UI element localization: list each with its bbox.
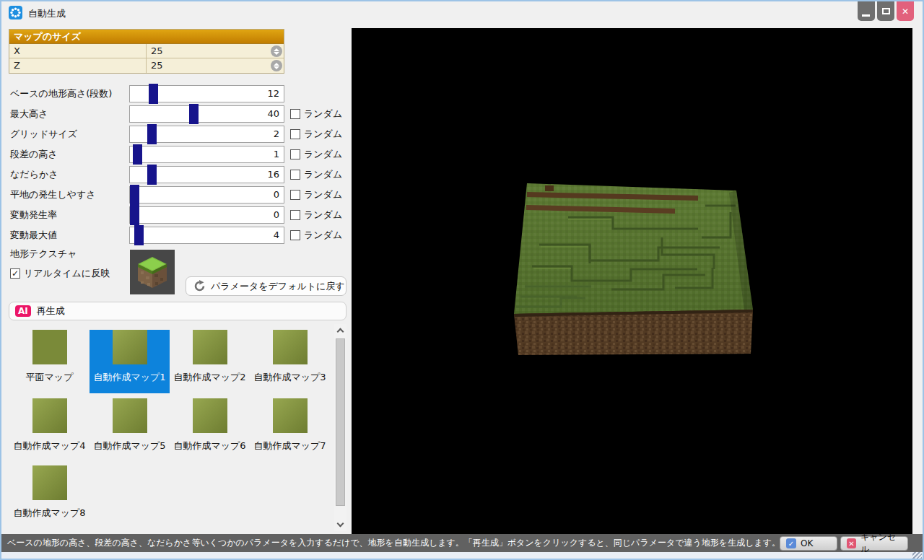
random-checkbox-step-height[interactable]: ランダム: [290, 148, 342, 161]
flatland-slider[interactable]: 0: [129, 186, 284, 204]
terrain-preview: [352, 28, 912, 534]
dice-generate-icon: [9, 6, 22, 19]
variation-rate-slider[interactable]: 0: [129, 206, 284, 224]
random-label: ランダム: [304, 188, 342, 201]
x-size-spinner[interactable]: [271, 45, 282, 57]
variation-max-slider[interactable]: 4: [129, 227, 284, 244]
ok-button[interactable]: ✓ OK: [780, 536, 837, 551]
step-height-slider[interactable]: 1: [129, 146, 284, 163]
slider-handle[interactable]: [134, 225, 144, 245]
random-checkbox-smoothness[interactable]: ランダム: [290, 168, 342, 181]
x-size-label: X: [9, 44, 147, 58]
checkbox-icon: [290, 170, 300, 180]
scroll-down-button[interactable]: [334, 519, 346, 531]
map-item-auto3[interactable]: 自動作成マップ3: [250, 330, 330, 393]
slider-handle[interactable]: [149, 84, 158, 104]
realtime-checkbox[interactable]: ✓ リアルタイムに反映: [10, 267, 110, 280]
slider-value: 0: [236, 207, 279, 223]
map-item-label: 自動作成マップ2: [170, 371, 250, 384]
param-label: 変動最大値: [10, 227, 57, 244]
chevron-up-icon: [337, 328, 344, 336]
random-checkbox-flatland[interactable]: ランダム: [290, 188, 342, 201]
regenerate-label: 再生成: [37, 305, 65, 318]
slider-handle[interactable]: [147, 165, 157, 185]
map-item-label: 自動作成マップ8: [9, 507, 90, 520]
z-size-field[interactable]: 25: [147, 58, 284, 73]
map-item-label: 自動作成マップ3: [250, 371, 330, 384]
smoothness-slider[interactable]: 16: [129, 166, 284, 183]
map-item-label: 自動作成マップ1: [90, 371, 170, 384]
checkbox-icon: [290, 109, 300, 119]
ai-badge-icon: AI: [15, 305, 31, 317]
map-item-auto1[interactable]: 自動作成マップ1: [90, 330, 170, 393]
slider-handle[interactable]: [189, 104, 199, 124]
map-thumbnail: [273, 330, 308, 364]
grass-block-icon: [136, 255, 168, 289]
map-item-label: 自動作成マップ5: [90, 439, 170, 452]
status-bar: ベースの地形の高さ、段差の高さ、なだらかさ等いくつかのパラメータを入力するだけで…: [1, 534, 923, 552]
map-item-auto6[interactable]: 自動作成マップ6: [170, 398, 250, 462]
slider-handle[interactable]: [147, 124, 157, 144]
close-icon: ✕: [902, 6, 909, 17]
minimize-button[interactable]: [858, 1, 875, 21]
map-item-auto4[interactable]: 自動作成マップ4: [9, 398, 90, 462]
map-thumbnail: [32, 465, 67, 500]
minimize-icon: [862, 14, 870, 17]
resize-grip[interactable]: [912, 552, 922, 560]
param-row-smoothness: なだらかさ 16 ランダム: [1, 166, 348, 183]
param-row-base-height: ベースの地形高さ(段数) 12: [1, 85, 348, 102]
random-label: ランダム: [304, 168, 342, 181]
checkbox-checked-icon: ✓: [10, 268, 20, 279]
reset-parameters-button[interactable]: パラメータをデフォルトに戻す: [186, 276, 346, 296]
map-item-auto7[interactable]: 自動作成マップ7: [250, 398, 330, 462]
map-thumbnail: [273, 398, 308, 433]
slider-handle[interactable]: [130, 185, 139, 205]
scrollbar-thumb[interactable]: [336, 338, 345, 506]
terrain-3d-viewport[interactable]: [352, 28, 912, 534]
slider-handle[interactable]: [133, 144, 142, 165]
map-item-flat[interactable]: 平面マップ: [9, 330, 90, 393]
map-item-auto8[interactable]: 自動作成マップ8: [9, 465, 90, 529]
reset-button-label: パラメータをデフォルトに戻す: [211, 280, 345, 293]
random-checkbox-max-height[interactable]: ランダム: [290, 108, 342, 121]
random-checkbox-grid-size[interactable]: ランダム: [290, 128, 342, 141]
map-thumbnail: [193, 330, 227, 364]
cancel-button[interactable]: ✕ キャンセル: [840, 536, 908, 551]
spin-up-icon: [274, 48, 279, 51]
spin-up-icon: [274, 63, 279, 66]
param-label: グリッドサイズ: [10, 126, 77, 143]
param-label: 段差の高さ: [10, 146, 58, 163]
map-item-auto2[interactable]: 自動作成マップ2: [170, 330, 250, 393]
chevron-down-icon: [337, 520, 344, 528]
base-height-slider[interactable]: 12: [129, 85, 284, 102]
terrain-texture-label: 地形テクスチャ: [10, 248, 77, 261]
grid-size-slider[interactable]: 2: [129, 126, 284, 143]
z-size-value: 25: [151, 60, 163, 71]
slider-value: 2: [236, 126, 279, 142]
slider-value: 40: [236, 106, 279, 122]
map-size-table: マップのサイズ X 25 Z 25: [9, 29, 284, 74]
param-label: ベースの地形高さ(段数): [10, 85, 112, 102]
z-size-spinner[interactable]: [271, 60, 282, 71]
check-icon: ✓: [786, 538, 796, 548]
slider-handle[interactable]: [130, 205, 139, 225]
random-checkbox-variation-rate[interactable]: ランダム: [290, 209, 342, 222]
random-label: ランダム: [304, 148, 342, 161]
scroll-up-button[interactable]: [334, 324, 346, 336]
x-size-field[interactable]: 25: [147, 44, 284, 58]
regenerate-button[interactable]: AI 再生成: [9, 302, 346, 320]
map-item-auto5[interactable]: 自動作成マップ5: [90, 398, 170, 462]
param-row-variation-max: 変動最大値 4 ランダム: [1, 227, 348, 244]
map-list-scrollbar[interactable]: [334, 324, 346, 531]
terrain-texture-preview[interactable]: [130, 250, 175, 294]
slider-value: 16: [236, 167, 279, 183]
maximize-button[interactable]: [877, 1, 894, 21]
close-button[interactable]: ✕: [897, 1, 914, 21]
random-checkbox-variation-max[interactable]: ランダム: [290, 229, 342, 242]
checkbox-icon: [290, 210, 300, 220]
checkbox-icon: [290, 149, 300, 159]
map-item-label: 平面マップ: [9, 371, 90, 384]
slider-value: 12: [236, 86, 279, 102]
max-height-slider[interactable]: 40: [129, 105, 284, 123]
random-label: ランダム: [304, 209, 342, 222]
